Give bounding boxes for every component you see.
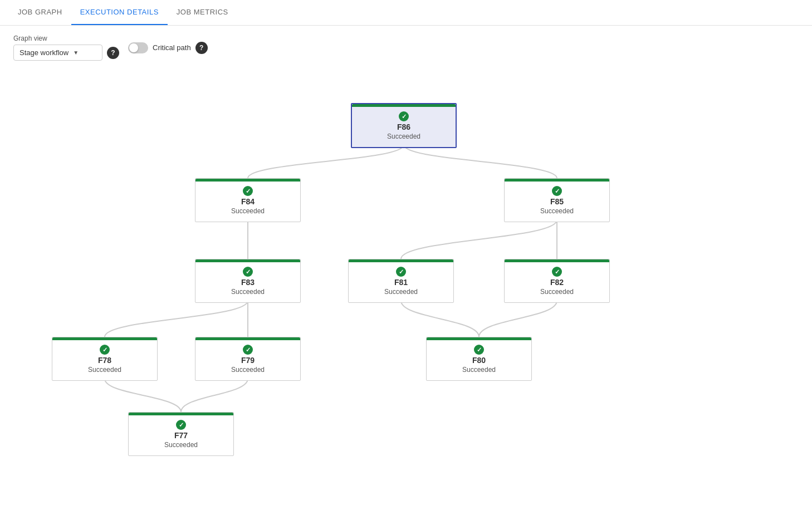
tab-job-metrics[interactable]: JOB METRICS bbox=[168, 0, 237, 25]
node-title: F85 bbox=[509, 197, 605, 206]
success-check-icon: ✓ bbox=[474, 345, 484, 355]
toggle-knob bbox=[129, 43, 138, 52]
node-body: ✓ F81 Succeeded bbox=[349, 262, 453, 302]
node-body: ✓ F78 Succeeded bbox=[52, 340, 157, 380]
tab-bar: JOB GRAPH EXECUTION DETAILS JOB METRICS bbox=[0, 0, 812, 26]
critical-path-label: Critical path bbox=[153, 43, 191, 52]
node-body: ✓ F80 Succeeded bbox=[427, 340, 531, 380]
node-body: ✓ F79 Succeeded bbox=[195, 340, 300, 380]
chevron-down-icon: ▼ bbox=[73, 50, 79, 56]
node-body: ✓ F82 Succeeded bbox=[505, 262, 609, 302]
critical-path-group: Critical path ? bbox=[128, 42, 208, 54]
success-check-icon: ✓ bbox=[243, 345, 253, 355]
graph-view-dropdown[interactable]: Stage workflow ▼ bbox=[13, 45, 102, 61]
node-f86[interactable]: ✓ F86 Succeeded bbox=[351, 103, 457, 148]
node-status: Succeeded bbox=[57, 366, 153, 374]
node-body: ✓ F85 Succeeded bbox=[505, 182, 609, 222]
node-status: Succeeded bbox=[509, 288, 605, 296]
node-f85[interactable]: ✓ F85 Succeeded bbox=[504, 178, 610, 222]
tab-job-graph[interactable]: JOB GRAPH bbox=[9, 0, 71, 25]
node-status: Succeeded bbox=[200, 288, 296, 296]
node-status: Succeeded bbox=[356, 133, 451, 140]
node-status: Succeeded bbox=[509, 207, 605, 215]
node-f79[interactable]: ✓ F79 Succeeded bbox=[195, 337, 301, 381]
node-title: F80 bbox=[431, 356, 527, 365]
dropdown-value: Stage workflow bbox=[19, 48, 69, 57]
success-check-icon: ✓ bbox=[396, 267, 406, 277]
node-title: F83 bbox=[200, 278, 296, 287]
node-title: F79 bbox=[200, 356, 296, 365]
node-body: ✓ F83 Succeeded bbox=[195, 262, 300, 302]
critical-path-toggle[interactable] bbox=[128, 42, 148, 53]
success-check-icon: ✓ bbox=[552, 186, 562, 196]
node-f82[interactable]: ✓ F82 Succeeded bbox=[504, 259, 610, 303]
node-title: F81 bbox=[353, 278, 449, 287]
success-check-icon: ✓ bbox=[100, 345, 110, 355]
node-status: Succeeded bbox=[200, 366, 296, 374]
toolbar: Graph view Stage workflow ▼ ? Critical p… bbox=[0, 26, 812, 70]
success-check-icon: ✓ bbox=[399, 111, 409, 121]
node-body: ✓ F77 Succeeded bbox=[129, 415, 233, 455]
graph-view-label: Graph view bbox=[13, 35, 119, 42]
node-status: Succeeded bbox=[200, 207, 296, 215]
success-check-icon: ✓ bbox=[552, 267, 562, 277]
dropdown-row: Stage workflow ▼ ? bbox=[13, 45, 119, 61]
node-title: F84 bbox=[200, 197, 296, 206]
node-title: F78 bbox=[57, 356, 153, 365]
node-title: F82 bbox=[509, 278, 605, 287]
success-check-icon: ✓ bbox=[243, 186, 253, 196]
node-f81[interactable]: ✓ F81 Succeeded bbox=[348, 259, 454, 303]
node-f77[interactable]: ✓ F77 Succeeded bbox=[128, 412, 234, 456]
node-status: Succeeded bbox=[353, 288, 449, 296]
node-title: F77 bbox=[133, 431, 229, 440]
critical-path-help-icon[interactable]: ? bbox=[195, 42, 208, 54]
node-f83[interactable]: ✓ F83 Succeeded bbox=[195, 259, 301, 303]
node-status: Succeeded bbox=[133, 441, 229, 449]
graph-area: ✓ F86 Succeeded ✓ F84 Succeeded ✓ F85 Su… bbox=[0, 70, 812, 487]
node-f84[interactable]: ✓ F84 Succeeded bbox=[195, 178, 301, 222]
tab-execution-details[interactable]: EXECUTION DETAILS bbox=[71, 0, 168, 25]
node-f78[interactable]: ✓ F78 Succeeded bbox=[52, 337, 158, 381]
node-status: Succeeded bbox=[431, 366, 527, 374]
node-f80[interactable]: ✓ F80 Succeeded bbox=[426, 337, 532, 381]
graph-view-help-icon[interactable]: ? bbox=[107, 47, 119, 59]
success-check-icon: ✓ bbox=[176, 420, 186, 430]
node-body: ✓ F84 Succeeded bbox=[195, 182, 300, 222]
success-check-icon: ✓ bbox=[243, 267, 253, 277]
node-body: ✓ F86 Succeeded bbox=[352, 107, 456, 147]
graph-view-group: Graph view Stage workflow ▼ ? bbox=[13, 35, 119, 61]
node-title: F86 bbox=[356, 122, 451, 131]
